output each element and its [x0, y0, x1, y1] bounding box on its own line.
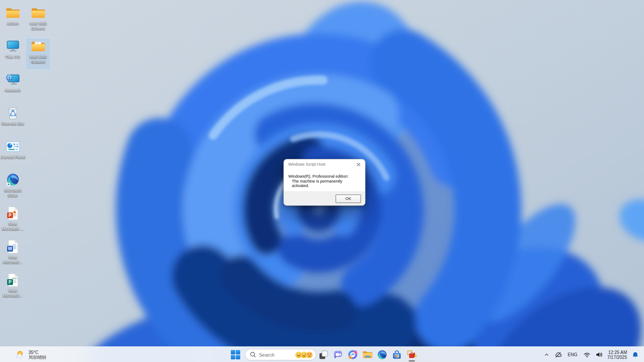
- bell-icon: [632, 351, 639, 358]
- desktop-icon-label: Network: [0, 88, 25, 93]
- dialog-titlebar[interactable]: Windows Script Host: [284, 159, 365, 169]
- ok-button[interactable]: OK: [336, 195, 361, 203]
- folder-icon: [31, 6, 46, 20]
- desktop-icon-label: Intel N95Drivers: [26, 21, 51, 31]
- chat-button[interactable]: [331, 347, 345, 362]
- desktop-icon-this-pc[interactable]: This PC: [0, 38, 25, 70]
- desktop-icon-label: NewMicrosof...: [0, 288, 25, 298]
- svg-text:P: P: [8, 280, 12, 285]
- svg-text:W: W: [8, 246, 12, 251]
- desktop-icon-label: MicrosoftEdge: [0, 188, 25, 198]
- heart-eyes-emoji-icon: [306, 351, 313, 358]
- task-view-button[interactable]: [316, 347, 331, 362]
- desktop-icon-admin[interactable]: Admin: [0, 4, 25, 37]
- windows-logo-icon: [230, 350, 241, 360]
- desktop-icon-label: Admin: [0, 21, 25, 26]
- taskbar: 35°C 局部晴朗 Search: [0, 346, 644, 362]
- copilot-icon: [348, 350, 358, 360]
- desktop-icon-new-word[interactable]: W NewMicrosof...: [0, 238, 25, 270]
- folder-with-document-icon: [31, 39, 46, 53]
- notification-bell-button[interactable]: [630, 348, 640, 362]
- network-icon: [5, 73, 21, 87]
- clock[interactable]: 12:25 AM 7/17/2025: [606, 348, 629, 362]
- control-panel-icon: [5, 139, 21, 154]
- close-icon[interactable]: [352, 159, 365, 169]
- folder-icon: [5, 6, 21, 20]
- dialog-body: Windows(R), Professional edition: The ma…: [284, 169, 365, 191]
- task-view-icon: [319, 350, 328, 360]
- weather-condition: 局部晴朗: [29, 355, 46, 360]
- wifi-button[interactable]: [582, 348, 592, 362]
- desktop-icon-new-publisher[interactable]: P NewMicrosof...: [0, 272, 25, 304]
- search-icon: [250, 352, 256, 358]
- language-indicator[interactable]: ENG: [565, 348, 580, 362]
- desktop-icon-intel-n95-drivers[interactable]: Intel N95Drivers: [25, 4, 51, 37]
- wsh-dialog: Windows Script Host Windows(R), Professi…: [283, 159, 365, 206]
- chevron-up-icon: [544, 352, 550, 358]
- start-button[interactable]: [229, 348, 242, 362]
- desktop-icon-new-powerpoint[interactable]: P NewMicrosoft ...: [0, 205, 25, 237]
- desktop-icon-label: Recycle Bin: [0, 121, 25, 126]
- sun-behind-cloud-icon: [15, 350, 25, 360]
- dialog-footer: OK: [284, 191, 365, 205]
- file-explorer-button[interactable]: [360, 347, 375, 362]
- desktop-icon-control-panel[interactable]: Control Panel: [0, 138, 25, 170]
- taskbar-center: Search: [229, 347, 419, 362]
- dialog-message-line2: The machine is permanently activated.: [292, 179, 361, 188]
- desktop-icon-microsoft-edge[interactable]: MicrosoftEdge: [0, 171, 25, 203]
- tray-time: 12:25 AM: [608, 350, 627, 355]
- store-button[interactable]: [390, 347, 404, 362]
- weather-temperature: 35°C: [29, 350, 46, 355]
- weather-widget[interactable]: 35°C 局部晴朗: [15, 347, 46, 362]
- search-input[interactable]: Search: [245, 349, 316, 360]
- svg-text:P: P: [8, 213, 12, 218]
- powerpoint-file-icon: P: [5, 206, 21, 220]
- onedrive-slash-icon: [554, 351, 562, 358]
- speaker-icon: [595, 351, 603, 358]
- desktop: Admin Intel N95Drivers This PC Intel N95…: [0, 0, 644, 362]
- desktop-icon-label: NewMicrosof...: [0, 255, 25, 264]
- monitor-icon: [5, 39, 21, 53]
- file-explorer-icon: [362, 350, 373, 359]
- publisher-file-icon: P: [5, 273, 21, 287]
- wifi-icon: [583, 352, 591, 358]
- windows-script-host-icon: [407, 350, 417, 360]
- active-app-indicator: [409, 360, 415, 362]
- edge-button[interactable]: [375, 347, 390, 362]
- desktop-icon-network[interactable]: Network: [0, 71, 25, 103]
- dialog-message-line1: Windows(R), Professional edition:: [288, 174, 361, 179]
- desktop-icon-label: This PC: [0, 54, 25, 59]
- edge-icon: [5, 173, 21, 187]
- word-file-icon: W: [5, 240, 21, 254]
- search-emoji-row: [297, 351, 313, 358]
- system-tray: ENG 12:25 AM 7/17/2025: [542, 347, 644, 362]
- onedrive-button[interactable]: [553, 348, 564, 362]
- recycle-bin-icon: [5, 106, 21, 120]
- tray-date: 7/17/2025: [607, 355, 628, 360]
- chat-icon: [333, 350, 343, 360]
- tray-chevron-button[interactable]: [542, 348, 551, 362]
- edge-icon: [377, 350, 387, 360]
- copilot-button[interactable]: [345, 347, 360, 362]
- search-placeholder: Search: [259, 352, 297, 358]
- desktop-icon-label: Control Panel: [0, 155, 25, 159]
- desktop-icon-label: NewMicrosoft ...: [0, 221, 25, 231]
- store-icon: [392, 350, 402, 360]
- desktop-icon-intel-n95-system[interactable]: Intel N95System: [25, 38, 51, 70]
- volume-button[interactable]: [594, 348, 604, 362]
- dialog-title: Windows Script Host: [288, 162, 352, 167]
- desktop-icon-label: Intel N95System: [26, 54, 51, 64]
- desktop-icon-recycle-bin[interactable]: Recycle Bin: [0, 105, 25, 137]
- windows-script-host-button[interactable]: [404, 347, 419, 362]
